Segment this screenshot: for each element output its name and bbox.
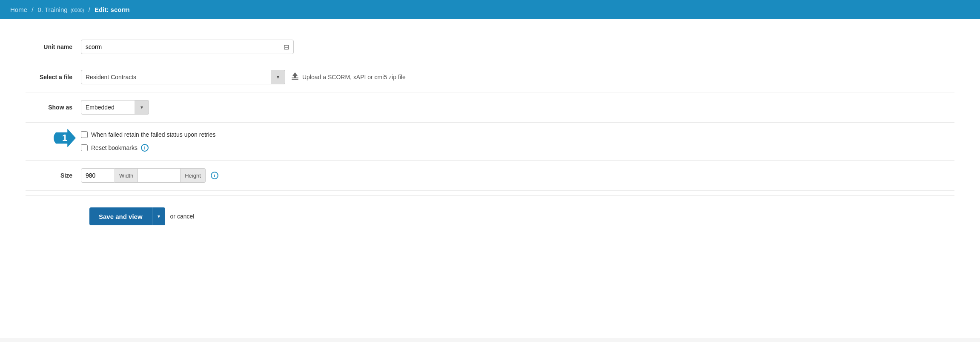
size-width-label: Width bbox=[115, 168, 138, 183]
size-label: Size bbox=[26, 168, 81, 183]
checkbox-group: When failed retain the failed status upo… bbox=[81, 131, 954, 152]
select-file-label: Select a file bbox=[26, 70, 81, 84]
cancel-link[interactable]: or cancel bbox=[170, 213, 195, 220]
show-as-label: Show as bbox=[26, 100, 81, 115]
select-file-row: Select a file Resident Contracts ▾ Uploa bbox=[26, 62, 954, 92]
save-and-view-button[interactable]: Save and view bbox=[89, 207, 152, 225]
size-control-wrap: Width Height i bbox=[81, 168, 954, 183]
select-file-wrap: Resident Contracts ▾ bbox=[81, 70, 285, 84]
checkbox-retain-label: When failed retain the failed status upo… bbox=[91, 131, 216, 138]
checkbox-retain[interactable] bbox=[81, 131, 88, 138]
size-width-input[interactable] bbox=[81, 168, 115, 183]
breadcrumb-home[interactable]: Home bbox=[10, 6, 27, 13]
callout-badge: 1 bbox=[54, 129, 76, 147]
callout-number: 1 bbox=[62, 132, 67, 144]
upload-icon bbox=[290, 72, 300, 83]
size-inputs: Width Height bbox=[81, 168, 206, 183]
breadcrumb-separator-1: / bbox=[32, 6, 33, 13]
page-header: Home / 0. Training (0000) / Edit: scorm bbox=[0, 0, 980, 19]
save-dropdown-button[interactable]: ▾ bbox=[152, 207, 165, 225]
breadcrumb: Home / 0. Training (0000) / Edit: scorm bbox=[10, 6, 130, 13]
unit-name-input-wrap: ⊟ bbox=[81, 40, 294, 54]
svg-rect-1 bbox=[292, 79, 298, 80]
main-content: Unit name ⊟ Select a file Resident Contr… bbox=[0, 19, 980, 338]
save-dropdown-arrow-icon: ▾ bbox=[158, 213, 160, 219]
checkbox-bookmarks-label: Reset bookmarks bbox=[91, 144, 138, 151]
checkbox-item-bookmarks: Reset bookmarks i bbox=[81, 144, 954, 152]
select-file-dropdown[interactable]: Resident Contracts bbox=[81, 70, 285, 84]
upload-text: Upload a SCORM, xAPI or cmi5 zip file bbox=[302, 74, 406, 80]
breadcrumb-training[interactable]: 0. Training (0000) bbox=[38, 6, 86, 13]
size-height-input[interactable] bbox=[138, 168, 181, 183]
checkboxes-row: 1 When failed retain the failed status u… bbox=[26, 123, 954, 161]
show-as-control-wrap: Embedded New window Full screen ▾ bbox=[81, 100, 954, 115]
show-as-row: Show as Embedded New window Full screen … bbox=[26, 92, 954, 123]
unit-name-control-wrap: ⊟ bbox=[81, 40, 954, 54]
checkbox-item-retain: When failed retain the failed status upo… bbox=[81, 131, 954, 138]
show-as-dropdown[interactable]: Embedded New window Full screen bbox=[81, 100, 149, 115]
upload-link[interactable]: Upload a SCORM, xAPI or cmi5 zip file bbox=[290, 72, 406, 83]
unit-name-row: Unit name ⊟ bbox=[26, 32, 954, 62]
size-row: Size Width Height i bbox=[26, 161, 954, 191]
save-btn-group: Save and view ▾ bbox=[89, 207, 165, 225]
breadcrumb-separator-2: / bbox=[89, 6, 90, 13]
unit-name-input[interactable] bbox=[86, 43, 284, 50]
template-icon[interactable]: ⊟ bbox=[284, 43, 289, 51]
unit-name-label: Unit name bbox=[26, 40, 81, 54]
checkboxes-wrap: When failed retain the failed status upo… bbox=[81, 129, 954, 154]
badge-col: 1 bbox=[26, 129, 81, 147]
size-info-icon[interactable]: i bbox=[211, 172, 218, 179]
show-as-wrap: Embedded New window Full screen ▾ bbox=[81, 100, 149, 115]
reset-bookmarks-info-icon[interactable]: i bbox=[141, 144, 149, 152]
size-height-label: Height bbox=[181, 168, 206, 183]
breadcrumb-current: Edit: scorm bbox=[95, 6, 130, 13]
action-row: Save and view ▾ or cancel bbox=[26, 195, 954, 230]
checkbox-bookmarks[interactable] bbox=[81, 144, 88, 151]
svg-marker-2 bbox=[292, 72, 298, 78]
select-file-control-wrap: Resident Contracts ▾ Upload a SCORM, xAP… bbox=[81, 70, 954, 84]
